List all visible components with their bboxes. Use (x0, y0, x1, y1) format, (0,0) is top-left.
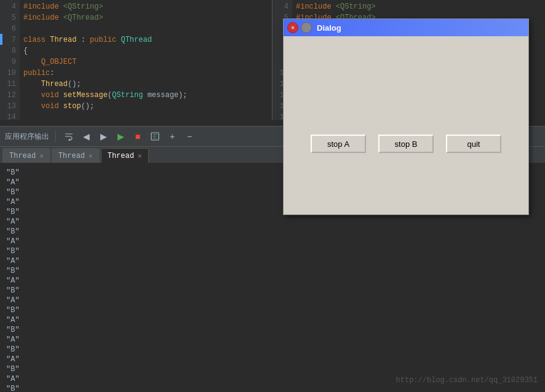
tab-thread-1[interactable]: Thread ✕ (2, 148, 50, 163)
build-btn[interactable] (148, 130, 162, 143)
console-line-15: "B" (6, 305, 539, 315)
wrap-btn[interactable] (62, 130, 76, 143)
console-line-23: "B" (6, 384, 539, 392)
console-line-18: "A" (6, 335, 539, 345)
run-btn[interactable]: ▶ (114, 130, 127, 143)
output-label: 应用程序输出 (5, 131, 49, 142)
back-btn[interactable]: ◀ (79, 130, 93, 143)
forward-btn[interactable]: ▶ (97, 130, 110, 143)
dialog-body: stop A stop B quit (284, 36, 528, 214)
quit-button[interactable]: quit (446, 135, 501, 153)
console-line-14: "A" (6, 296, 539, 305)
console-line-6: "A" (6, 217, 539, 227)
console-line-12: "A" (6, 276, 539, 286)
tab-thread-1-close[interactable]: ✕ (39, 152, 44, 160)
dialog-buttons: stop A stop B quit (311, 135, 501, 153)
stop-a-button[interactable]: stop A (311, 135, 366, 153)
stop-btn[interactable]: ■ (131, 130, 145, 143)
dialog-close-btn[interactable]: ✕ (287, 22, 298, 33)
line-numbers-left: 45678 910111213 1415 (0, 0, 20, 120)
console-line-16: "A" (6, 315, 539, 325)
toolbar-separator (55, 130, 56, 143)
dialog-minimize-btn[interactable] (301, 22, 312, 33)
dialog-title: Dialog (314, 23, 525, 33)
zoom-in-btn[interactable]: + (165, 130, 179, 143)
tab-thread-2-close[interactable]: ✕ (89, 152, 93, 160)
console-line-20: "A" (6, 355, 539, 364)
tab-thread-3-label: Thread (108, 152, 134, 160)
console-line-19: "B" (6, 345, 539, 355)
console-line-10: "A" (6, 256, 539, 266)
tab-thread-3[interactable]: Thread ✕ (101, 148, 149, 163)
console-line-7: "B" (6, 227, 539, 237)
tab-thread-2[interactable]: Thread ✕ (52, 148, 100, 163)
console-line-11: "B" (6, 266, 539, 276)
console-line-9: "B" (6, 246, 539, 256)
dialog-window: ✕ Dialog stop A stop B quit (283, 18, 529, 215)
console-line-8: "A" (6, 237, 539, 246)
zoom-out-btn[interactable]: − (183, 130, 196, 143)
stop-b-button[interactable]: stop B (378, 135, 434, 153)
console-line-21: "B" (6, 364, 539, 374)
blue-indicator (0, 34, 2, 45)
console-line-13: "B" (6, 286, 539, 296)
tab-thread-2-label: Thread (58, 152, 85, 160)
code-text-left: #include <QString> #include <QThread> cl… (20, 0, 272, 120)
console-line-17: "B" (6, 325, 539, 335)
watermark-text: http://blog.csdn.net/qq_31029351 (396, 376, 538, 385)
tab-thread-3-close[interactable]: ✕ (138, 152, 142, 160)
tab-thread-1-label: Thread (9, 152, 36, 160)
dialog-titlebar: ✕ Dialog (284, 19, 528, 36)
editor-left-pane: 45678 910111213 1415 #include <QString> … (0, 0, 272, 120)
